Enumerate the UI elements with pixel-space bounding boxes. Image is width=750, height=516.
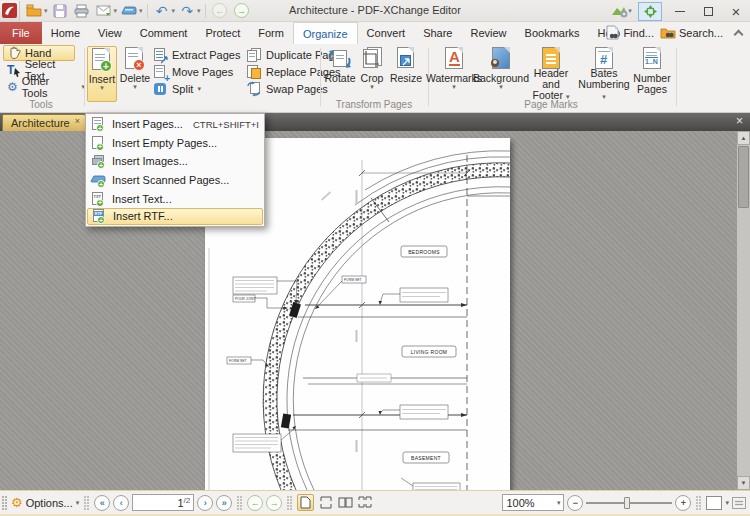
- split-button[interactable]: Split ▾: [152, 81, 201, 97]
- scroll-down-icon[interactable]: ▼: [737, 476, 750, 490]
- menu-convert[interactable]: Convert: [358, 22, 415, 44]
- window-title: Architecture - PDF-XChange Editor: [289, 4, 461, 16]
- resize-pages-icon: [393, 46, 419, 72]
- email-button[interactable]: [94, 2, 114, 20]
- swap-pages-icon: [246, 81, 262, 97]
- last-page-button[interactable]: »: [216, 495, 232, 511]
- titlebar: ▾ ▾ ▾ ↶ ▾ ↷ ▾ ← → Architecture - PDF-: [0, 0, 750, 22]
- scroll-up-icon[interactable]: ▲: [737, 131, 750, 145]
- header-footer-button[interactable]: Header and Footer ▾: [526, 46, 576, 102]
- back-view-button[interactable]: ←: [210, 2, 230, 20]
- select-text-icon: T: [7, 64, 21, 77]
- menu-bookmarks[interactable]: Bookmarks: [516, 22, 589, 44]
- number-pages-icon: 1..N: [639, 46, 665, 72]
- menu-item-insert-text[interactable]: TXT + Insert Text...: [87, 189, 263, 208]
- app-logo-icon: [0, 1, 20, 21]
- fullscreen-button[interactable]: [638, 2, 662, 21]
- scanner-dropdown-caret[interactable]: ▾: [139, 7, 143, 15]
- menu-share[interactable]: Share: [414, 22, 461, 44]
- zoom-out-button[interactable]: −: [567, 495, 583, 511]
- delete-pages-icon: ×: [122, 46, 148, 72]
- statusbar: ⚙ Options... ▾ « ‹ 1/2 › » ← →: [0, 490, 750, 516]
- close-button[interactable]: ×: [722, 1, 750, 22]
- menu-item-insert-images[interactable]: + Insert Images...: [87, 152, 263, 171]
- extract-pages-button[interactable]: Extract Pages: [152, 47, 240, 63]
- menu-comment[interactable]: Comment: [131, 22, 197, 44]
- page-marks-group-label: Page Marks: [431, 99, 671, 110]
- ui-options-button[interactable]: ▾: [607, 2, 637, 20]
- options-button[interactable]: ⚙ Options... ▾: [11, 496, 79, 509]
- email-dropdown-caret[interactable]: ▾: [114, 7, 118, 15]
- save-button[interactable]: [50, 2, 70, 20]
- number-pages-button[interactable]: 1..N Number Pages: [632, 46, 672, 102]
- delete-button[interactable]: × Delete ▾: [120, 46, 150, 102]
- menu-view[interactable]: View: [89, 22, 131, 44]
- menu-item-insert-empty-pages[interactable]: + Insert Empty Pages...: [87, 134, 263, 153]
- next-page-button[interactable]: ›: [197, 495, 213, 511]
- watermarks-button[interactable]: A Watermarks ▾: [431, 46, 477, 102]
- room-label-bedrooms: BEDROOMS: [408, 249, 440, 255]
- other-tools-button[interactable]: ⚙ Other Tools ▾: [3, 79, 89, 95]
- maximize-button[interactable]: [694, 1, 722, 22]
- menu-file[interactable]: File: [0, 22, 42, 44]
- page-number-input[interactable]: 1/2: [132, 494, 194, 511]
- scrollbar-thumb[interactable]: [738, 146, 749, 208]
- tab-close-icon[interactable]: ×: [75, 116, 80, 126]
- previous-view-button[interactable]: ←: [247, 495, 263, 511]
- menu-home[interactable]: Home: [42, 22, 89, 44]
- two-pages-continuous-layout-button[interactable]: [357, 494, 374, 511]
- zoom-in-button[interactable]: +: [675, 495, 691, 511]
- insert-empty-pages-menu-icon: +: [90, 135, 106, 151]
- collapse-ribbon-icon[interactable]: [734, 30, 744, 40]
- two-pages-layout-button[interactable]: [337, 494, 354, 511]
- background-button[interactable]: Background ▾: [478, 46, 524, 102]
- tab-architecture[interactable]: Architecture ×: [2, 114, 86, 131]
- room-label-basement: BASEMENT: [411, 455, 441, 461]
- minimize-button[interactable]: [666, 1, 694, 22]
- print-button[interactable]: [72, 2, 92, 20]
- statusbar-grip: [2, 496, 8, 510]
- menu-item-insert-pages[interactable]: + Insert Pages... CTRL+SHIFT+I: [87, 115, 263, 134]
- redo-dropdown-caret[interactable]: ▾: [197, 7, 201, 15]
- vertical-scrollbar[interactable]: ▲ ▼: [737, 131, 750, 490]
- scanner-button[interactable]: [119, 2, 139, 20]
- menu-protect[interactable]: Protect: [196, 22, 249, 44]
- room-label-living-room: LIVING ROOM: [411, 349, 448, 355]
- zoom-slider[interactable]: [586, 495, 672, 511]
- open-file-button[interactable]: [24, 2, 44, 20]
- redo-button[interactable]: ↷: [177, 2, 197, 20]
- move-pages-button[interactable]: + Move Pages: [152, 64, 233, 80]
- insert-button[interactable]: + Insert ▾: [87, 46, 117, 102]
- fit-options-caret[interactable]: ▾: [725, 499, 729, 507]
- open-dropdown-caret[interactable]: ▾: [44, 7, 48, 15]
- close-document-button[interactable]: ×: [732, 115, 747, 129]
- insert-scanned-pages-menu-icon: +: [90, 172, 106, 188]
- forward-view-button[interactable]: →: [232, 2, 252, 20]
- rotate-button[interactable]: Rotate: [324, 46, 356, 102]
- search-button[interactable]: Search...: [660, 25, 723, 41]
- duplicate-pages-icon: [246, 47, 262, 63]
- find-button[interactable]: Find...: [606, 25, 654, 42]
- resize-button[interactable]: Resize: [389, 46, 423, 102]
- swap-pages-button[interactable]: Swap Pages: [246, 81, 328, 97]
- menu-item-insert-scanned-pages[interactable]: + Insert Scanned Pages...: [87, 171, 263, 190]
- single-page-layout-button[interactable]: [297, 494, 314, 511]
- continuous-layout-button[interactable]: [317, 494, 334, 511]
- next-view-button[interactable]: →: [266, 495, 282, 511]
- split-icon: [152, 81, 168, 97]
- first-page-button[interactable]: «: [94, 495, 110, 511]
- crop-button[interactable]: Crop ▾: [357, 46, 387, 102]
- fit-page-button[interactable]: [706, 496, 722, 510]
- reading-mode-icon[interactable]: [732, 497, 746, 509]
- zoom-level-select[interactable]: 100% ▾: [502, 494, 564, 511]
- menu-organize[interactable]: Organize: [293, 22, 358, 44]
- menu-form[interactable]: Form: [249, 22, 293, 44]
- previous-page-button[interactable]: ‹: [113, 495, 129, 511]
- menu-review[interactable]: Review: [461, 22, 515, 44]
- bates-numbering-button[interactable]: # Bates Numbering ▾: [578, 46, 630, 102]
- undo-dropdown-caret[interactable]: ▾: [172, 7, 176, 15]
- undo-button[interactable]: ↶: [152, 2, 172, 20]
- zoom-slider-thumb[interactable]: [624, 497, 630, 509]
- menu-item-insert-rtf[interactable]: RTF + Insert RTF...: [87, 208, 263, 225]
- options-gear-icon: ⚙: [11, 496, 23, 509]
